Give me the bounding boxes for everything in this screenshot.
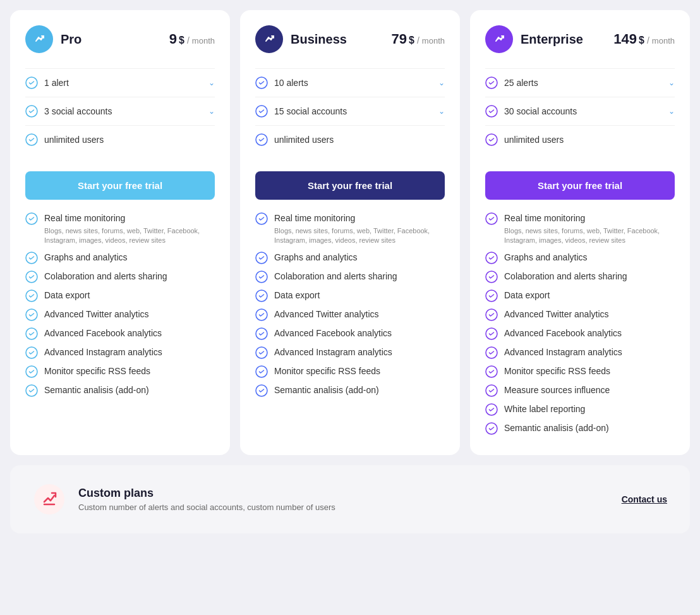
feature-item: Monitor specific RSS feeds bbox=[25, 365, 215, 378]
feature-item: Data export bbox=[255, 289, 445, 302]
feature-item: Advanced Instagram analytics bbox=[25, 346, 215, 359]
price-divider: / bbox=[187, 35, 190, 46]
price-currency: $ bbox=[409, 35, 414, 46]
feature-item: Data export bbox=[485, 289, 675, 302]
contact-us-link[interactable]: Contact us bbox=[622, 494, 667, 504]
price-amount: 9 bbox=[169, 31, 177, 47]
feature-subtext: Blogs, news sites, forums, web, Twitter,… bbox=[274, 226, 445, 246]
social-chevron[interactable]: ⌄ bbox=[208, 107, 215, 116]
feature-text: Advanced Facebook analytics bbox=[504, 327, 622, 340]
trial-button[interactable]: Start your free trial bbox=[485, 171, 675, 200]
feature-subtext: Blogs, news sites, forums, web, Twitter,… bbox=[504, 226, 675, 246]
users-text: unlimited users bbox=[274, 135, 334, 145]
feature-item: Colaboration and alerts sharing bbox=[25, 271, 215, 283]
social-text: 15 social accounts bbox=[274, 106, 347, 116]
feature-item: Measure sources influence bbox=[485, 384, 675, 397]
plan-price: 9 $ / month bbox=[169, 31, 215, 47]
custom-plans-left: Custom plans Custom number of alerts and… bbox=[33, 483, 335, 516]
alerts-chevron[interactable]: ⌄ bbox=[208, 78, 215, 87]
feature-text: Advanced Instagram analytics bbox=[504, 346, 622, 359]
feature-item: White label reporting bbox=[485, 403, 675, 416]
plan-header: Business 79 $ / month bbox=[255, 25, 445, 53]
feature-text: Semantic analisis (add-on) bbox=[504, 422, 609, 435]
alerts-text: 10 alerts bbox=[274, 78, 308, 88]
custom-plans-title: Custom plans bbox=[78, 487, 335, 500]
feature-text: Advanced Instagram analytics bbox=[274, 346, 392, 359]
feature-text: Monitor specific RSS feeds bbox=[44, 365, 150, 378]
plan-header: Enterprise 149 $ / month bbox=[485, 25, 675, 53]
feature-item: Advanced Instagram analytics bbox=[255, 346, 445, 359]
plan-name: Business bbox=[291, 32, 347, 47]
feature-item: Colaboration and alerts sharing bbox=[485, 271, 675, 283]
plan-card-business: Business 79 $ / month 10 alerts ⌄ bbox=[240, 10, 460, 455]
feature-item: Graphs and analytics bbox=[25, 252, 215, 264]
feature-text: Colaboration and alerts sharing bbox=[274, 271, 397, 283]
feature-text: Advanced Twitter analytics bbox=[274, 308, 379, 321]
feature-item: Advanced Twitter analytics bbox=[255, 308, 445, 321]
feature-item: Real time monitoring Blogs, news sites, … bbox=[485, 212, 675, 245]
alerts-row: 25 alerts ⌄ bbox=[485, 69, 675, 97]
price-currency: $ bbox=[639, 35, 644, 46]
feature-text: Graphs and analytics bbox=[504, 252, 588, 264]
social-text: 30 social accounts bbox=[504, 106, 577, 116]
plan-name: Pro bbox=[61, 32, 81, 47]
feature-text: Advanced Facebook analytics bbox=[44, 327, 162, 340]
feature-text: Semantic analisis (add-on) bbox=[44, 384, 149, 397]
feature-list: Real time monitoring Blogs, news sites, … bbox=[255, 212, 445, 397]
alerts-row: 1 alert ⌄ bbox=[25, 69, 215, 97]
alerts-text: 25 alerts bbox=[504, 78, 538, 88]
price-divider: / bbox=[647, 35, 649, 46]
feature-item: Graphs and analytics bbox=[255, 252, 445, 264]
feature-text: Data export bbox=[274, 289, 320, 302]
price-divider: / bbox=[417, 35, 419, 46]
feature-item: Monitor specific RSS feeds bbox=[255, 365, 445, 378]
trial-button[interactable]: Start your free trial bbox=[255, 171, 445, 200]
plan-card-enterprise: Enterprise 149 $ / month 25 alerts ⌄ bbox=[470, 10, 690, 455]
alerts-chevron[interactable]: ⌄ bbox=[438, 78, 445, 87]
social-chevron[interactable]: ⌄ bbox=[438, 107, 445, 116]
feature-item: Real time monitoring Blogs, news sites, … bbox=[255, 212, 445, 245]
plan-header: Pro 9 $ / month bbox=[25, 25, 215, 53]
feature-item: Semantic analisis (add-on) bbox=[255, 384, 445, 397]
feature-item: Graphs and analytics bbox=[485, 252, 675, 264]
users-text: unlimited users bbox=[504, 135, 564, 145]
feature-item: Advanced Facebook analytics bbox=[25, 327, 215, 340]
plan-icon bbox=[255, 25, 283, 53]
plan-features-top: 25 alerts ⌄ 30 social accounts ⌄ unlimit… bbox=[485, 68, 675, 154]
feature-text: Real time monitoring Blogs, news sites, … bbox=[44, 212, 215, 245]
feature-text: Advanced Instagram analytics bbox=[44, 346, 162, 359]
feature-subtext: Blogs, news sites, forums, web, Twitter,… bbox=[44, 226, 215, 246]
feature-text: Graphs and analytics bbox=[44, 252, 128, 264]
plan-price: 149 $ / month bbox=[613, 31, 675, 47]
price-period: month bbox=[192, 36, 215, 46]
feature-text: Advanced Facebook analytics bbox=[274, 327, 392, 340]
social-chevron[interactable]: ⌄ bbox=[668, 107, 675, 116]
feature-text: Data export bbox=[504, 289, 550, 302]
plan-price: 79 $ / month bbox=[392, 31, 445, 47]
feature-item: Real time monitoring Blogs, news sites, … bbox=[25, 212, 215, 245]
feature-text: Graphs and analytics bbox=[274, 252, 358, 264]
feature-item: Advanced Twitter analytics bbox=[25, 308, 215, 321]
feature-item: Data export bbox=[25, 289, 215, 302]
plan-name: Enterprise bbox=[521, 32, 583, 47]
alerts-row: 10 alerts ⌄ bbox=[255, 69, 445, 97]
feature-item: Monitor specific RSS feeds bbox=[485, 365, 675, 378]
alerts-chevron[interactable]: ⌄ bbox=[668, 78, 675, 87]
custom-plans-description: Custom number of alerts and social accou… bbox=[78, 502, 335, 512]
feature-text: Monitor specific RSS feeds bbox=[504, 365, 610, 378]
feature-text: Semantic analisis (add-on) bbox=[274, 384, 379, 397]
feature-item: Advanced Facebook analytics bbox=[485, 327, 675, 340]
social-row: 3 social accounts ⌄ bbox=[25, 97, 215, 126]
custom-plans-text: Custom plans Custom number of alerts and… bbox=[78, 487, 335, 512]
feature-item: Advanced Facebook analytics bbox=[255, 327, 445, 340]
social-row: 15 social accounts ⌄ bbox=[255, 97, 445, 126]
feature-item: Semantic analisis (add-on) bbox=[485, 422, 675, 435]
trial-button[interactable]: Start your free trial bbox=[25, 171, 215, 200]
plan-features-top: 10 alerts ⌄ 15 social accounts ⌄ unlimit… bbox=[255, 68, 445, 154]
feature-list: Real time monitoring Blogs, news sites, … bbox=[485, 212, 675, 435]
feature-item: Advanced Twitter analytics bbox=[485, 308, 675, 321]
feature-item: Advanced Instagram analytics bbox=[485, 346, 675, 359]
price-period: month bbox=[652, 36, 675, 46]
social-text: 3 social accounts bbox=[44, 106, 112, 116]
feature-text: Advanced Twitter analytics bbox=[504, 308, 609, 321]
